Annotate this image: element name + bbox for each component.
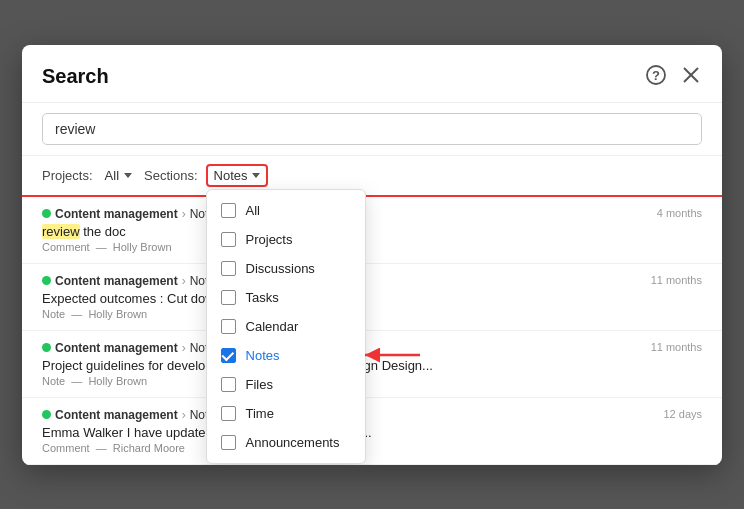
projects-label: Projects: — [42, 168, 93, 183]
result-item[interactable]: Content management › Not 12 days Emma Wa… — [22, 398, 722, 465]
result-item[interactable]: Content management › Not 4 months review… — [22, 197, 722, 264]
dropdown-label-tasks: Tasks — [246, 290, 279, 305]
dropdown-item-notes[interactable]: Notes — [207, 341, 365, 370]
checkbox-calendar — [221, 319, 236, 334]
checkbox-time — [221, 406, 236, 421]
dropdown-item-projects[interactable]: Projects — [207, 225, 365, 254]
dropdown-label-projects: Projects — [246, 232, 293, 247]
search-modal: Search ? Projects: All Sections: — [22, 45, 722, 465]
sections-chevron-icon — [252, 173, 260, 178]
red-arrow-indicator — [355, 344, 425, 366]
modal-header: Search ? — [22, 45, 722, 103]
dropdown-item-time[interactable]: Time — [207, 399, 365, 428]
project-name: Content management — [55, 341, 178, 355]
sections-dropdown: All Projects Discussions Tasks — [206, 189, 366, 464]
meta-type: Note — [42, 375, 65, 387]
sections-value: Notes — [214, 168, 248, 183]
meta-type: Note — [42, 308, 65, 320]
status-dot — [42, 343, 51, 352]
meta-author: Holly Brown — [88, 375, 147, 387]
dropdown-item-calendar[interactable]: Calendar — [207, 312, 365, 341]
status-dot — [42, 209, 51, 218]
checkbox-notes — [221, 348, 236, 363]
checkbox-announcements — [221, 435, 236, 450]
status-dot — [42, 410, 51, 419]
checkbox-tasks — [221, 290, 236, 305]
projects-filter-button[interactable]: All — [101, 166, 136, 185]
meta-author: Holly Brown — [113, 241, 172, 253]
results-list: Content management › Not 4 months review… — [22, 197, 722, 465]
modal-title: Search — [42, 65, 109, 88]
dropdown-label-files: Files — [246, 377, 273, 392]
result-time: 11 months — [651, 274, 702, 286]
close-button[interactable] — [680, 64, 702, 89]
search-bar — [22, 103, 722, 156]
help-button[interactable]: ? — [644, 63, 668, 90]
dropdown-label-calendar: Calendar — [246, 319, 299, 334]
projects-value: All — [105, 168, 119, 183]
meta-author: Richard Moore — [113, 442, 185, 454]
dropdown-label-time: Time — [246, 406, 274, 421]
result-time: 4 months — [657, 207, 702, 219]
search-input[interactable] — [42, 113, 702, 145]
result-meta: Note — Holly Brown — [42, 375, 702, 387]
dropdown-label-discussions: Discussions — [246, 261, 315, 276]
dropdown-item-files[interactable]: Files — [207, 370, 365, 399]
result-time: 12 days — [663, 408, 702, 420]
header-icons: ? — [644, 63, 702, 90]
status-dot — [42, 276, 51, 285]
project-name: Content management — [55, 274, 178, 288]
highlight-text: review — [42, 224, 80, 239]
result-item[interactable]: Content management › Not 11 months Expec… — [22, 264, 722, 331]
project-name: Content management — [55, 408, 178, 422]
sections-filter-wrapper: Notes All Projects Discussions — [206, 164, 269, 187]
checkbox-files — [221, 377, 236, 392]
result-meta: Note — Holly Brown — [42, 308, 702, 320]
result-breadcrumb: Content management › Not — [42, 408, 702, 422]
dropdown-item-announcements[interactable]: Announcements — [207, 428, 365, 457]
dropdown-item-all[interactable]: All — [207, 196, 365, 225]
svg-text:?: ? — [652, 68, 660, 83]
result-meta: Comment — Holly Brown — [42, 241, 702, 253]
result-meta: Comment — Richard Moore — [42, 442, 702, 454]
checkbox-projects — [221, 232, 236, 247]
checkbox-all — [221, 203, 236, 218]
projects-chevron-icon — [124, 173, 132, 178]
meta-author: Holly Brown — [88, 308, 147, 320]
filters-row: Projects: All Sections: Notes All Projec… — [22, 156, 722, 197]
dropdown-item-discussions[interactable]: Discussions — [207, 254, 365, 283]
result-breadcrumb: Content management › Not — [42, 274, 702, 288]
dropdown-item-tasks[interactable]: Tasks — [207, 283, 365, 312]
meta-type: Comment — [42, 442, 90, 454]
result-time: 11 months — [651, 341, 702, 353]
checkbox-discussions — [221, 261, 236, 276]
result-breadcrumb: Content management › Not — [42, 207, 702, 221]
dropdown-label-notes: Notes — [246, 348, 280, 363]
project-name: Content management — [55, 207, 178, 221]
dropdown-label-announcements: Announcements — [246, 435, 340, 450]
dropdown-label-all: All — [246, 203, 260, 218]
sections-label: Sections: — [144, 168, 197, 183]
sections-filter-button[interactable]: Notes — [206, 164, 269, 187]
meta-type: Comment — [42, 241, 90, 253]
